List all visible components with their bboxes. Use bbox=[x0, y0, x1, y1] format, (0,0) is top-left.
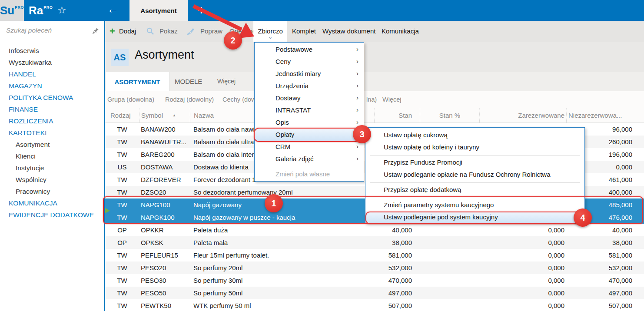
communication-button[interactable]: Komunikacja bbox=[382, 27, 419, 35]
sidebar-item-pracownicy[interactable]: Pracownicy bbox=[0, 185, 104, 197]
sidebar-item-ewidencje-dodatkowe[interactable]: EWIDENCJE DODATKOWE bbox=[0, 209, 104, 221]
chevron-down-icon: ⌄ bbox=[253, 34, 287, 40]
submenu-item-oplata-cukrowa[interactable]: Ustaw opłatę cukrową bbox=[365, 129, 584, 142]
tab-modele[interactable]: MODELE bbox=[175, 78, 202, 85]
cell-nazwa: Napój gazowany bbox=[190, 201, 374, 208]
menu-item-dostawy[interactable]: Dostawy› bbox=[255, 93, 364, 105]
menu-item-zmien-pola-wlasne: Zmień pola własne bbox=[255, 169, 364, 181]
new-tab-button[interactable]: + bbox=[188, 0, 215, 21]
menu-item-oplaty[interactable]: Opłaty› bbox=[255, 129, 364, 141]
filter-cechy[interactable]: Cechy (dow bbox=[222, 96, 256, 103]
menu-item-opis[interactable]: Opis› bbox=[255, 117, 364, 129]
open-tab-asortyment[interactable]: Asortyment bbox=[129, 0, 188, 21]
issue-document-button[interactable]: Wystaw dokument bbox=[322, 27, 375, 35]
sidebar-item-wspolnicy[interactable]: Wspólnicy bbox=[0, 174, 104, 185]
column-stan[interactable]: Stan bbox=[374, 108, 420, 122]
cell-stan: 581,000 bbox=[374, 251, 420, 259]
menu-item-crm[interactable]: CRM› bbox=[255, 141, 364, 153]
column-rodzaj[interactable]: Rodzaj bbox=[105, 108, 139, 122]
tab-more[interactable]: Więcej bbox=[217, 78, 236, 85]
menu-item-galeria-zdjec[interactable]: Galeria zdjęć› bbox=[255, 153, 364, 165]
sidebar-item-instytucje[interactable]: Instytucje bbox=[0, 162, 104, 174]
column-niezarezerwowane[interactable]: Niezarezerwowa... bbox=[566, 108, 644, 122]
tab-asortyment[interactable]: ASORTYMENT bbox=[105, 72, 169, 91]
column-symbol[interactable]: Symbol ▲ bbox=[139, 108, 190, 122]
show-button[interactable]: Pokaż bbox=[159, 27, 178, 35]
submenu-item-oplata-dodatkowa[interactable]: Przypisz opłatę dodatkową bbox=[365, 184, 584, 196]
submenu-item-fundusz-promocji[interactable]: Przypisz Fundusz Promocji bbox=[365, 157, 584, 169]
menu-separator bbox=[370, 155, 580, 156]
filter-more[interactable]: Więcej bbox=[382, 96, 402, 103]
submenu-arrow-icon: › bbox=[356, 106, 359, 113]
table-row[interactable]: TWPEWTK50WTK perfumy 50 ml507,0000,00050… bbox=[105, 299, 644, 311]
menu-separator bbox=[258, 167, 360, 167]
sidebar-item-magazyn[interactable]: MAGAZYN bbox=[0, 80, 104, 92]
top-bar: Su PRO Ra PRO ☆ ← Asortyment + bbox=[0, 0, 644, 21]
brush-icon bbox=[187, 27, 195, 35]
sidebar-item-wyszukiwarka[interactable]: Wyszukiwarka bbox=[0, 56, 104, 68]
table-row[interactable]: TWPESO20So perfumy 20ml532,0000,000532,0… bbox=[105, 261, 644, 274]
menu-item-jednostki-miary[interactable]: Jednostki miary› bbox=[255, 68, 364, 80]
back-arrow-icon[interactable]: ← bbox=[107, 3, 119, 16]
sidebar-item-komunikacja[interactable]: KOMUNIKACJA bbox=[0, 197, 104, 209]
sidebar-item-klienci[interactable]: Klienci bbox=[0, 150, 104, 162]
table-row[interactable]: TWPESO30So perfumy 30ml470,0000,000470,0… bbox=[105, 274, 644, 287]
submenu-arrow-icon: › bbox=[356, 45, 359, 53]
submenu-arrow-icon: › bbox=[356, 118, 359, 126]
table-row[interactable]: OPOPKKRPaleta duża40,0000,00040,000 bbox=[105, 224, 644, 236]
app-switch-su[interactable]: Su PRO bbox=[0, 0, 24, 21]
submenu-item-parametry-kaucyjnego[interactable]: Zmień parametry systemu kaucyjnego bbox=[365, 199, 584, 212]
search-input[interactable]: Szukaj poleceń bbox=[6, 26, 52, 34]
submenu-arrow-icon: › bbox=[356, 142, 359, 150]
cell-rodzaj: TW bbox=[105, 126, 139, 133]
bulk-button[interactable]: Zbiorczo ⌄ bbox=[253, 21, 287, 42]
cell-niezarezerwowane: 38,000 bbox=[566, 239, 644, 246]
sidebar-item-polityka-cenowa[interactable]: POLITYKA CENOWA bbox=[0, 92, 104, 103]
sidebar-item-asortyment[interactable]: Asortyment bbox=[0, 139, 104, 150]
pin-icon[interactable] bbox=[92, 27, 99, 36]
command-search[interactable]: Szukaj poleceń bbox=[0, 21, 104, 42]
cell-stan: 497,000 bbox=[374, 289, 420, 297]
submenu-item-fundusz-ochrony-rolnictwa[interactable]: Ustaw podleganie opłacie na Fundusz Ochr… bbox=[365, 169, 584, 181]
operations-button[interactable]: Operacje bbox=[229, 27, 256, 35]
submenu-item-kofeina-tauryna[interactable]: Ustaw opłatę od kofeiny i tauryny bbox=[365, 142, 584, 154]
app-switch-ra[interactable]: Ra PRO bbox=[29, 0, 53, 21]
cell-symbol: NAPG100 bbox=[139, 201, 190, 208]
submenu-arrow-icon: › bbox=[356, 69, 359, 77]
command-bar: + Dodaj Pokaż Popraw Operacje Zbiorczo ⌄… bbox=[105, 21, 644, 42]
column-stan-pct[interactable]: Stan % bbox=[420, 108, 479, 122]
submenu-arrow-icon: › bbox=[356, 57, 359, 65]
add-button[interactable]: Dodaj bbox=[119, 27, 136, 35]
sidebar-item-rozliczenia[interactable]: ROZLICZENIA bbox=[0, 115, 104, 127]
table-row[interactable]: TWPEFLEUR15Fleur 15ml perfumy toalet.581… bbox=[105, 249, 644, 261]
cell-symbol: OPKKR bbox=[139, 226, 190, 234]
table-row[interactable]: OPOPKSKPaleta mała38,0000,00038,000 bbox=[105, 236, 644, 249]
menu-item-urzadzenia[interactable]: Urządzenia› bbox=[255, 80, 364, 93]
favorites-star-icon[interactable]: ☆ bbox=[57, 4, 66, 16]
cell-symbol: BANAWULTR... bbox=[139, 138, 190, 146]
sidebar-item-infoserwis[interactable]: Infoserwis bbox=[0, 45, 104, 56]
view-tabs: ASORTYMENT MODELE Więcej bbox=[105, 72, 644, 91]
filter-rodzaj[interactable]: Rodzaj (dowolny) bbox=[165, 96, 214, 103]
cell-rodzaj: TW bbox=[105, 302, 139, 309]
cell-nazwa: So dezodorant perfumowany 20ml bbox=[190, 189, 374, 196]
menu-item-ceny[interactable]: Ceny› bbox=[255, 56, 364, 68]
cell-niezarezerwowane: 497,000 bbox=[566, 289, 644, 297]
column-zarezerwowane[interactable]: Zarezerwowane bbox=[479, 108, 566, 122]
menu-item-intrastat[interactable]: INTRASTAT› bbox=[255, 105, 364, 117]
filter-grupa[interactable]: Grupa (dowolna) bbox=[107, 96, 154, 103]
menu-item-podstawowe[interactable]: Podstawowe› bbox=[255, 44, 364, 56]
cell-rodzaj: OP bbox=[105, 239, 139, 246]
cell-rodzaj: TW bbox=[105, 264, 139, 271]
sidebar-item-handel[interactable]: HANDEL bbox=[0, 68, 104, 80]
sidebar-item-finanse[interactable]: FINANSE bbox=[0, 103, 104, 115]
sidebar-item-kartoteki[interactable]: KARTOTEKI bbox=[0, 127, 104, 139]
submenu-item-system-kaucyjny[interactable]: Ustaw podleganie pod system kaucyjny bbox=[365, 212, 584, 224]
column-symbol-label: Symbol bbox=[141, 112, 163, 119]
cell-symbol: DOSTAWA bbox=[139, 163, 190, 171]
komplet-button[interactable]: Komplet bbox=[292, 27, 316, 35]
table-row[interactable]: TWPESO50So perfumy 50ml497,0000,000497,0… bbox=[105, 287, 644, 299]
edit-button[interactable]: Popraw bbox=[200, 27, 222, 35]
submenu-arrow-icon: › bbox=[356, 82, 359, 89]
filter-partial[interactable]: lna) bbox=[366, 96, 377, 103]
